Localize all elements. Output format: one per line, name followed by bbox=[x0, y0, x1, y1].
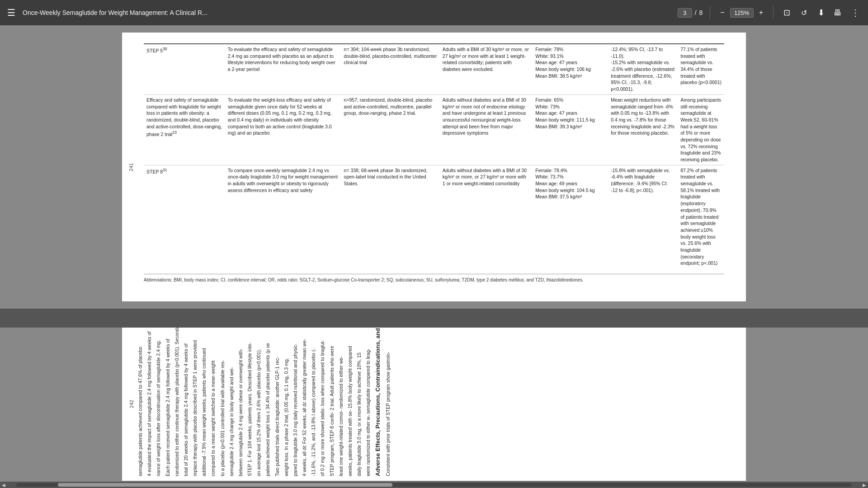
rotated-col-25: daily liraglutide 3.0 mg, or a more like… bbox=[354, 328, 363, 476]
rotated-col-16: Two published trials direct liraglutide:… bbox=[273, 328, 282, 476]
main-content[interactable]: 241 STEP 530 To evaluate the efficacy an… bbox=[0, 25, 868, 488]
study-type: n= 338; 68-week phase 3b randomized, ope… bbox=[341, 165, 440, 268]
rotated-col-21: of 0.2 mg or more showed statis- loss wh… bbox=[318, 328, 327, 476]
rotated-col-4: Each patient received semaglutide 2.4 mg… bbox=[163, 328, 172, 476]
scroll-left-arrow[interactable]: ◀ bbox=[0, 483, 7, 488]
scrollbar-track[interactable] bbox=[16, 483, 852, 487]
study-type: n=957; randomized, double-blind, placebo… bbox=[341, 94, 440, 165]
demographics: Female: 78.4%White: 73.7%Mean age: 49 ye… bbox=[533, 165, 608, 268]
rotated-col-12: between semaglutide 2.4 mg were obese or… bbox=[236, 328, 245, 476]
result-primary: -12.4%; 95% CI, -13.7 to -11.0).-15.2% w… bbox=[608, 44, 678, 94]
demographics: Female: 78%White: 93.1%Mean age: 47 year… bbox=[533, 44, 608, 94]
document-title: Once-Weekly Semaglutide for Weight Manag… bbox=[23, 9, 672, 16]
pdf-page-242: 242 semaglutide patients achieved compar… bbox=[122, 328, 746, 481]
page-number-241: 241 bbox=[128, 163, 135, 171]
rotated-col-7: replace therapy with placebo described i… bbox=[190, 328, 199, 476]
rotated-col-8: additional -7.9% mean weight weeks, pati… bbox=[199, 328, 208, 476]
population: Adults without diabetes and a BMI of 30 … bbox=[440, 94, 533, 165]
page-nav: / 8 bbox=[678, 8, 703, 18]
page-separator: / bbox=[695, 9, 697, 16]
rotated-col-18: pared to liraglutide 3.0 mg daily receiv… bbox=[291, 328, 300, 476]
menu-icon[interactable]: ☰ bbox=[5, 5, 17, 20]
divider2 bbox=[773, 6, 774, 19]
study-name: STEP 831 bbox=[144, 165, 225, 268]
zoom-input[interactable] bbox=[730, 8, 754, 18]
rotated-col-14: on average lost 15.2% of them 2.6% with … bbox=[254, 328, 263, 476]
table-row: STEP 831 To compare once-weekly semaglut… bbox=[144, 165, 724, 268]
download-button[interactable]: ⬇ bbox=[815, 6, 827, 19]
rotated-col-10: to a placebo (p<0.001 controlled trial w… bbox=[218, 328, 227, 476]
table-row: STEP 530 To evaluate the efficacy and sa… bbox=[144, 44, 724, 94]
abbreviations: Abbreviations: BMI, body mass index; CI,… bbox=[144, 274, 724, 283]
page-current-input[interactable] bbox=[678, 8, 692, 18]
result-secondary: 77.1% of patients treated with semagluti… bbox=[678, 44, 724, 94]
rotated-col-2: 4 evaluated the impact of semaglutide 2.… bbox=[145, 328, 154, 476]
population: Adults with a BMI of 30 kg/m² or more, o… bbox=[440, 44, 533, 94]
rotated-col-11: semaglutide 2.4 mg change in body weight… bbox=[227, 328, 236, 476]
study-design: To evaluate the efficacy and safety of s… bbox=[225, 44, 341, 94]
print-button[interactable]: 🖶 bbox=[831, 6, 844, 19]
rotated-col-24: weeks, patients treated with se- 15.8% b… bbox=[345, 328, 354, 476]
study-design: To compare once-weekly semaglutide 2.4 m… bbox=[225, 165, 341, 268]
rotated-col-22: STEP program, STEP 8 confir- 2 trial. Ad… bbox=[327, 328, 336, 476]
rotated-text-area: semaglutide patients achieved compared t… bbox=[122, 328, 746, 481]
rotated-col-5: randomized to either continue therapy wi… bbox=[172, 328, 181, 476]
rotated-col-6: total of 20 weeks of semaglutide 2.4 mg … bbox=[181, 328, 190, 476]
toolbar-right: ⬇ 🖶 ⋮ bbox=[815, 5, 863, 20]
rotated-col-17: weight loss. In a phase 2 trial, (0.05 m… bbox=[282, 328, 291, 476]
zoom-in-button[interactable]: + bbox=[756, 7, 766, 19]
zoom-controls: − + bbox=[717, 7, 766, 19]
study-name: Efficacy and safety of semaglutide compa… bbox=[144, 94, 225, 165]
more-options-button[interactable]: ⋮ bbox=[848, 5, 863, 20]
rotated-col-13: STEP 1. For 104 weeks, patients years. D… bbox=[245, 328, 254, 476]
section-heading-col: Adverse Effects, Precautions, Contraindi… bbox=[373, 328, 383, 476]
result-secondary: 87.2% of patients treated with semagluti… bbox=[678, 165, 724, 268]
rotated-col-19: 4 weeks, all dc For 52 weeks, all dc sta… bbox=[300, 328, 309, 476]
toolbar: ☰ Once-Weekly Semaglutide for Weight Man… bbox=[0, 0, 868, 25]
study-type: n= 304; 104-week phase 3b randomized, do… bbox=[341, 44, 440, 94]
page-divider-band bbox=[0, 309, 868, 328]
pdf-page-241: 241 STEP 530 To evaluate the efficacy an… bbox=[122, 33, 746, 301]
zoom-out-button[interactable]: − bbox=[717, 7, 727, 19]
data-table: STEP 530 To evaluate the efficacy and sa… bbox=[144, 43, 724, 268]
result-primary: Mean weight reductions with semaglutide … bbox=[608, 94, 678, 165]
rotated-col-1: semaglutide patients achieved compared t… bbox=[136, 328, 145, 476]
divider1 bbox=[710, 6, 710, 19]
rotated-col-27: Consistent with prior trials of STEP pro… bbox=[383, 328, 392, 476]
result-secondary: Among participants still receiving semag… bbox=[678, 94, 724, 165]
result-primary: -15.8% with semaglutide vs. -6.4% with l… bbox=[608, 165, 678, 268]
history-button[interactable]: ↺ bbox=[798, 7, 810, 19]
population: Adults without diabetes with a BMI of 30… bbox=[440, 165, 533, 268]
table-row: Efficacy and safety of semaglutide compa… bbox=[144, 94, 724, 165]
page-total: 8 bbox=[699, 9, 703, 16]
scroll-right-arrow[interactable]: ▶ bbox=[861, 483, 868, 488]
scrollbar-thumb[interactable] bbox=[58, 483, 392, 487]
horizontal-scrollbar[interactable]: ◀ ▶ bbox=[0, 482, 868, 488]
rotated-col-3: nance of weight loss after discontinuati… bbox=[154, 328, 163, 476]
study-name: STEP 530 bbox=[144, 44, 225, 94]
fit-page-button[interactable]: ⊡ bbox=[781, 6, 793, 19]
rotated-col-23: least one weight-related comor- randomiz… bbox=[336, 328, 345, 476]
rotated-col-9: compared to a mean weight switched to a … bbox=[208, 328, 217, 476]
rotated-col-15: patients achieved weight loss c 34.4% of… bbox=[263, 328, 272, 476]
demographics: Female: 65%White: 73%Mean age: 47 yearsM… bbox=[533, 94, 608, 165]
rotated-col-20: -11.6%, -11.2%, and -13.8% l above) comp… bbox=[309, 328, 318, 476]
study-design: To evaluate the weight-loss efficacy and… bbox=[225, 94, 341, 165]
rotated-col-26: were randomized to either w- semaglutide… bbox=[363, 328, 373, 476]
